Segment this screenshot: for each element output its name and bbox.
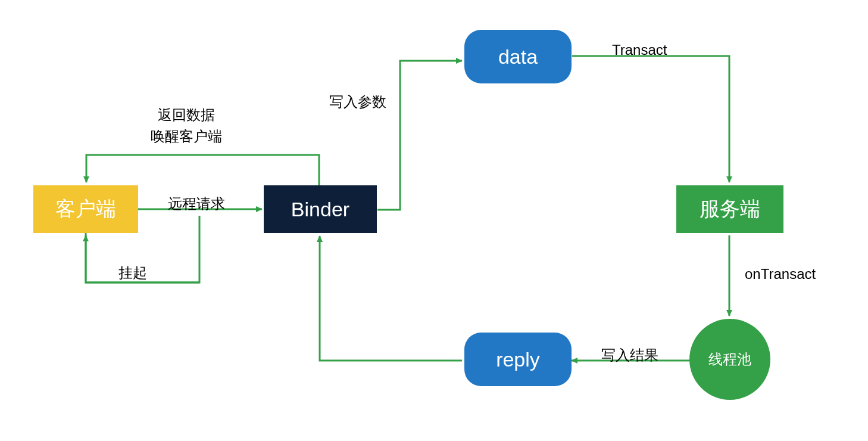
edge-binder-to-data — [377, 61, 462, 210]
node-binder-text: Binder — [291, 198, 349, 221]
node-server-text: 服务端 — [700, 195, 760, 223]
node-data-text: data — [498, 45, 538, 69]
node-binder: Binder — [264, 185, 377, 233]
node-threadpool: 线程池 — [689, 319, 770, 400]
edge-binder-to-client — [86, 155, 319, 186]
edge-reply-to-binder — [320, 236, 462, 361]
node-threadpool-text: 线程池 — [708, 350, 751, 369]
label-write-args: 写入参数 — [329, 92, 386, 111]
edge-data-to-server — [572, 56, 729, 182]
label-suspend: 挂起 — [118, 263, 147, 282]
label-write-result: 写入结果 — [601, 346, 658, 365]
node-server: 服务端 — [676, 185, 783, 233]
label-on-transact: onTransact — [745, 266, 816, 282]
node-reply-text: reply — [496, 348, 540, 371]
label-remote-request: 远程请求 — [168, 194, 225, 213]
node-reply: reply — [464, 333, 572, 386]
node-client: 客户端 — [33, 185, 138, 233]
label-wake-client: 唤醒客户端 — [151, 126, 222, 147]
node-data: data — [464, 30, 572, 83]
node-client-text: 客户端 — [55, 195, 116, 223]
label-transact: Transact — [612, 42, 667, 58]
label-return-data: 返回数据 — [151, 104, 222, 126]
label-return-wake: 返回数据 唤醒客户端 — [151, 104, 222, 147]
